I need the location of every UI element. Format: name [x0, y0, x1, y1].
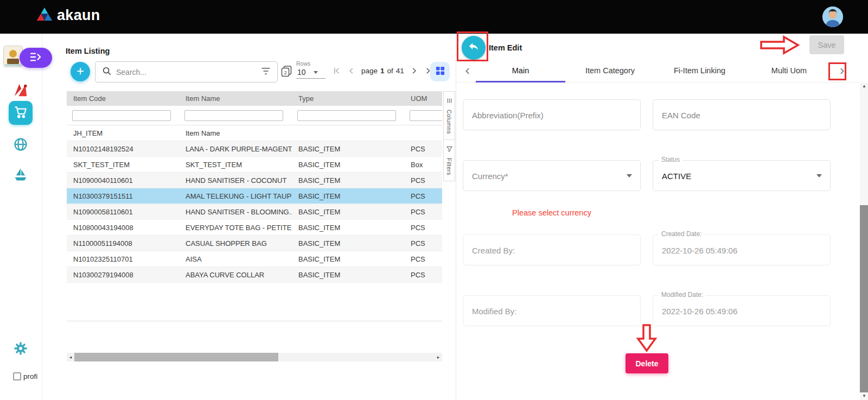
plus-icon: + — [76, 65, 84, 78]
table-row[interactable]: JH_ITEM Item Name — [67, 125, 442, 141]
table-row[interactable]: N10102148192524 LANA - DARK PURPLE-MAGEN… — [67, 141, 442, 157]
table-body: JH_ITEM Item Name N10102148192524 LANA -… — [67, 125, 442, 283]
chevron-down-icon — [816, 174, 822, 177]
table-row[interactable]: N10900040110601 HAND SANITISER - COCONUT… — [67, 173, 442, 188]
cart-app-button[interactable] — [9, 101, 33, 125]
table-row[interactable]: SKT_TEST_ITEM SKT_TEST_ITEM BASIC_ITEM B… — [67, 157, 442, 173]
header-uom[interactable]: UOM — [404, 91, 442, 106]
filter-input-item-name[interactable] — [184, 110, 283, 121]
table-row[interactable]: N10300279194008 ABAYA CURVE COLLAR BASIC… — [67, 267, 442, 283]
grid-view-button[interactable] — [430, 62, 450, 81]
profile-row: profi — [13, 372, 37, 380]
profile-label: profi — [23, 372, 37, 380]
tab-fi-item-linking[interactable]: Fi-Item Linking — [655, 60, 744, 82]
grid-icon — [435, 66, 445, 78]
rows-per-page-select[interactable]: Rows 10 — [296, 60, 326, 79]
items-table: Item Code Item Name Type UOM JH_ITEM Ite… — [67, 91, 442, 321]
rows-label: Rows — [296, 60, 326, 67]
status-value: ACTIVE — [662, 171, 691, 180]
header-item-code[interactable]: Item Code — [67, 91, 179, 106]
table-row[interactable]: N11000051194008 CASUAL SHOPPER BAG BASIC… — [67, 236, 442, 251]
app-sidebar: profi — [0, 34, 42, 400]
listing-title: Item Listing — [66, 47, 110, 55]
item-listing-panel: Item Listing + 2 Rows 10 page — [42, 34, 456, 400]
scroll-right-icon[interactable]: ▸ — [435, 354, 442, 360]
created-date-field: Created Date: 2022-10-26 05:49:06 — [653, 234, 831, 265]
edit-tabs-bar: Main Item Category Fi-Item Linking Multi… — [456, 60, 860, 82]
status-select[interactable]: Status ACTIVE — [653, 160, 831, 191]
tab-main[interactable]: Main — [476, 60, 565, 82]
profile-checkbox[interactable] — [13, 372, 21, 380]
edit-title: Item Edit — [489, 43, 522, 52]
next-page-button[interactable] — [409, 65, 420, 77]
horizontal-scrollbar-thumb[interactable] — [74, 353, 278, 361]
header-type[interactable]: Type — [292, 91, 404, 106]
modified-date-field: Modified Date: 2022-10-26 05:49:06 — [653, 295, 831, 326]
search-input[interactable] — [116, 68, 257, 77]
svg-text:2: 2 — [284, 69, 287, 75]
item-edit-panel: Item Edit Save Main Item Category Fi-Ite… — [456, 34, 868, 400]
funnel-icon — [446, 144, 452, 154]
add-item-button[interactable]: + — [71, 62, 90, 81]
table-row[interactable]: N10800043194008 EVERYDAY TOTE BAG - PETI… — [67, 220, 442, 236]
user-avatar[interactable] — [822, 7, 843, 27]
table-header-row: Item Code Item Name Type UOM — [67, 91, 442, 106]
pagination: page 1 of 41 — [331, 65, 435, 77]
table-filter-row — [67, 106, 442, 125]
save-button[interactable]: Save — [809, 35, 844, 54]
settings-gear-icon[interactable] — [11, 339, 30, 358]
ean-code-field[interactable]: EAN Code — [653, 99, 831, 130]
previous-page-button[interactable] — [346, 65, 356, 77]
back-button[interactable] — [462, 36, 486, 60]
scroll-up-icon[interactable]: ▲ — [860, 82, 868, 90]
chevron-down-icon — [627, 174, 632, 177]
tabs-scroll-left-button[interactable] — [462, 65, 474, 77]
delete-button[interactable]: Delete — [626, 353, 668, 373]
vertical-scrollbar[interactable]: ▲ ▼ — [860, 82, 868, 400]
columns-icon — [446, 96, 452, 106]
rows-per-page-icon[interactable]: 2 — [281, 65, 292, 80]
search-box — [95, 61, 278, 82]
created-by-field: Created By: — [463, 234, 641, 265]
cart-icon — [14, 105, 28, 121]
modified-by-field: Modified By: — [463, 295, 641, 326]
rows-value: 10 — [297, 68, 306, 77]
currency-error-text: Please select currency — [463, 208, 641, 217]
scroll-left-icon[interactable]: ◂ — [67, 354, 74, 360]
table-row-selected[interactable]: N10300379151511 AMAL TELEKUNG - LIGHT TA… — [67, 188, 442, 204]
table-row[interactable]: N10102325110701 AISA BASIC_ITEM PCS — [67, 251, 442, 267]
filter-input-uom[interactable] — [410, 110, 442, 121]
columns-side-tab[interactable]: Columns — [444, 92, 455, 139]
modified-date-value: 2022-10-26 05:49:06 — [662, 306, 737, 315]
brand-logo[interactable]: akaun — [36, 7, 100, 24]
chevron-down-icon — [314, 71, 318, 74]
page-indicator: page 1 of 41 — [361, 67, 404, 75]
boat-app-icon[interactable] — [11, 165, 30, 185]
horizontal-scrollbar[interactable]: ◂ ▸ — [67, 353, 442, 361]
search-icon — [102, 66, 112, 78]
globe-app-icon[interactable] — [11, 135, 30, 154]
red-app-icon[interactable] — [11, 80, 30, 100]
scroll-down-icon[interactable]: ▼ — [860, 392, 868, 400]
tab-item-category[interactable]: Item Category — [565, 60, 655, 82]
tabs-scroll-right-button[interactable] — [836, 65, 848, 77]
table-row[interactable]: N10900058110601 HAND SANITISER - BLOOMIN… — [67, 204, 442, 220]
abbreviation-prefix-field[interactable]: Abbreviation(Prefix) — [463, 99, 641, 130]
table-side-strip: Columns Filters — [443, 91, 455, 181]
currency-select[interactable]: Currency* — [463, 160, 641, 191]
menu-arrow-icon — [29, 52, 42, 65]
top-navbar: akaun — [0, 0, 868, 34]
back-arrow-icon — [468, 41, 480, 55]
brand-name: akaun — [57, 7, 100, 24]
first-page-button[interactable] — [331, 65, 342, 77]
sidebar-expand-button[interactable] — [20, 48, 52, 68]
created-date-value: 2022-10-26 05:49:06 — [662, 245, 737, 255]
header-item-name[interactable]: Item Name — [179, 91, 292, 106]
filter-input-type[interactable] — [297, 110, 396, 121]
filter-input-item-code[interactable] — [72, 110, 171, 121]
tab-multi-uom[interactable]: Multi Uom — [744, 60, 834, 82]
vertical-scrollbar-thumb[interactable] — [860, 205, 868, 392]
filter-funnel-icon[interactable] — [261, 67, 271, 77]
filters-side-tab[interactable]: Filters — [444, 139, 455, 181]
akaun-logo-icon — [36, 7, 53, 24]
